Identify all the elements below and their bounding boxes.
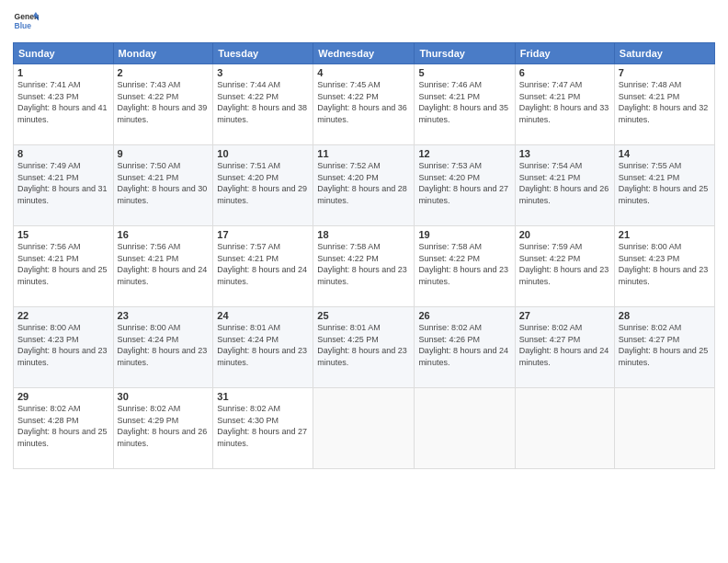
calendar-cell: 3Sunrise: 7:44 AMSunset: 4:22 PMDaylight… [213,64,313,145]
day-detail: Sunrise: 7:56 AMSunset: 4:21 PMDaylight:… [118,241,210,287]
day-detail: Sunrise: 7:52 AMSunset: 4:20 PMDaylight:… [317,160,410,206]
day-number: 11 [317,148,410,159]
calendar-cell: 15Sunrise: 7:56 AMSunset: 4:21 PMDayligh… [14,226,114,307]
day-detail: Sunrise: 7:45 AMSunset: 4:22 PMDaylight:… [317,79,410,125]
day-detail: Sunrise: 7:54 AMSunset: 4:21 PMDaylight:… [519,160,610,206]
day-number: 15 [17,229,109,240]
day-detail: Sunrise: 7:59 AMSunset: 4:22 PMDaylight:… [519,241,610,287]
day-detail: Sunrise: 7:58 AMSunset: 4:22 PMDaylight:… [418,241,510,287]
calendar-cell: 2Sunrise: 7:43 AMSunset: 4:22 PMDaylight… [113,64,213,145]
day-number: 12 [418,148,510,159]
day-number: 30 [118,391,210,402]
calendar-cell: 9Sunrise: 7:50 AMSunset: 4:21 PMDaylight… [113,145,213,226]
day-detail: Sunrise: 7:56 AMSunset: 4:21 PMDaylight:… [17,241,109,287]
week-row-3: 15Sunrise: 7:56 AMSunset: 4:21 PMDayligh… [14,226,715,307]
day-number: 5 [418,67,510,78]
day-number: 27 [519,310,610,321]
calendar-cell: 24Sunrise: 8:01 AMSunset: 4:24 PMDayligh… [213,307,313,388]
day-detail: Sunrise: 7:53 AMSunset: 4:20 PMDaylight:… [418,160,510,206]
day-number: 23 [118,310,210,321]
day-number: 8 [17,148,109,159]
weekday-friday: Friday [515,43,614,64]
day-detail: Sunrise: 7:51 AMSunset: 4:20 PMDaylight:… [217,160,309,206]
day-number: 9 [118,148,210,159]
day-number: 3 [217,67,309,78]
calendar-cell: 27Sunrise: 8:02 AMSunset: 4:27 PMDayligh… [515,307,614,388]
calendar-cell [614,388,714,469]
calendar-cell [313,388,415,469]
calendar-cell: 4Sunrise: 7:45 AMSunset: 4:22 PMDaylight… [313,64,415,145]
calendar-cell: 10Sunrise: 7:51 AMSunset: 4:20 PMDayligh… [213,145,313,226]
calendar-cell: 14Sunrise: 7:55 AMSunset: 4:21 PMDayligh… [614,145,714,226]
day-number: 7 [619,67,711,78]
calendar-cell: 20Sunrise: 7:59 AMSunset: 4:22 PMDayligh… [515,226,614,307]
day-detail: Sunrise: 8:01 AMSunset: 4:24 PMDaylight:… [217,322,309,368]
calendar-cell: 17Sunrise: 7:57 AMSunset: 4:21 PMDayligh… [213,226,313,307]
calendar-cell: 31Sunrise: 8:02 AMSunset: 4:30 PMDayligh… [213,388,313,469]
day-number: 24 [217,310,309,321]
calendar-cell: 6Sunrise: 7:47 AMSunset: 4:21 PMDaylight… [515,64,614,145]
day-number: 13 [519,148,610,159]
day-number: 10 [217,148,309,159]
day-detail: Sunrise: 7:44 AMSunset: 4:22 PMDaylight:… [217,79,309,125]
week-row-4: 22Sunrise: 8:00 AMSunset: 4:23 PMDayligh… [14,307,715,388]
calendar-cell [515,388,614,469]
day-detail: Sunrise: 7:46 AMSunset: 4:21 PMDaylight:… [418,79,510,125]
calendar-cell: 21Sunrise: 8:00 AMSunset: 4:23 PMDayligh… [614,226,714,307]
calendar-cell: 7Sunrise: 7:48 AMSunset: 4:21 PMDaylight… [614,64,714,145]
week-row-2: 8Sunrise: 7:49 AMSunset: 4:21 PMDaylight… [14,145,715,226]
day-number: 21 [619,229,711,240]
calendar-cell: 12Sunrise: 7:53 AMSunset: 4:20 PMDayligh… [415,145,515,226]
day-number: 22 [17,310,109,321]
calendar-cell: 8Sunrise: 7:49 AMSunset: 4:21 PMDaylight… [14,145,114,226]
calendar-cell: 22Sunrise: 8:00 AMSunset: 4:23 PMDayligh… [14,307,114,388]
header: General Blue [13,9,715,35]
day-number: 4 [317,67,410,78]
weekday-tuesday: Tuesday [213,43,313,64]
day-detail: Sunrise: 7:43 AMSunset: 4:22 PMDaylight:… [118,79,210,125]
day-number: 14 [619,148,711,159]
day-number: 20 [519,229,610,240]
calendar-cell: 28Sunrise: 8:02 AMSunset: 4:27 PMDayligh… [614,307,714,388]
day-number: 28 [619,310,711,321]
day-detail: Sunrise: 7:50 AMSunset: 4:21 PMDaylight:… [118,160,210,206]
calendar-cell: 16Sunrise: 7:56 AMSunset: 4:21 PMDayligh… [113,226,213,307]
calendar-cell: 11Sunrise: 7:52 AMSunset: 4:20 PMDayligh… [313,145,415,226]
calendar-cell: 30Sunrise: 8:02 AMSunset: 4:29 PMDayligh… [113,388,213,469]
calendar-table: SundayMondayTuesdayWednesdayThursdayFrid… [13,42,715,469]
day-number: 17 [217,229,309,240]
day-number: 6 [519,67,610,78]
day-detail: Sunrise: 8:00 AMSunset: 4:24 PMDaylight:… [118,322,210,368]
day-detail: Sunrise: 8:00 AMSunset: 4:23 PMDaylight:… [17,322,109,368]
day-detail: Sunrise: 8:02 AMSunset: 4:26 PMDaylight:… [418,322,510,368]
week-row-1: 1Sunrise: 7:41 AMSunset: 4:23 PMDaylight… [14,64,715,145]
day-detail: Sunrise: 8:02 AMSunset: 4:30 PMDaylight:… [217,403,309,449]
day-detail: Sunrise: 8:01 AMSunset: 4:25 PMDaylight:… [317,322,410,368]
day-number: 1 [17,67,109,78]
day-number: 29 [17,391,109,402]
day-detail: Sunrise: 7:48 AMSunset: 4:21 PMDaylight:… [619,79,711,125]
calendar-cell: 29Sunrise: 8:02 AMSunset: 4:28 PMDayligh… [14,388,114,469]
day-detail: Sunrise: 8:02 AMSunset: 4:27 PMDaylight:… [519,322,610,368]
weekday-wednesday: Wednesday [313,43,415,64]
day-detail: Sunrise: 7:49 AMSunset: 4:21 PMDaylight:… [17,160,109,206]
day-number: 26 [418,310,510,321]
calendar-cell: 23Sunrise: 8:00 AMSunset: 4:24 PMDayligh… [113,307,213,388]
day-number: 19 [418,229,510,240]
day-detail: Sunrise: 8:02 AMSunset: 4:27 PMDaylight:… [619,322,711,368]
day-detail: Sunrise: 7:47 AMSunset: 4:21 PMDaylight:… [519,79,610,125]
day-detail: Sunrise: 7:55 AMSunset: 4:21 PMDaylight:… [619,160,711,206]
calendar-cell: 5Sunrise: 7:46 AMSunset: 4:21 PMDaylight… [415,64,515,145]
page-container: General Blue SundayMondayTuesdayWednesda… [0,0,728,563]
weekday-header-row: SundayMondayTuesdayWednesdayThursdayFrid… [14,43,715,64]
day-number: 16 [118,229,210,240]
calendar-cell: 18Sunrise: 7:58 AMSunset: 4:22 PMDayligh… [313,226,415,307]
day-detail: Sunrise: 8:00 AMSunset: 4:23 PMDaylight:… [619,241,711,287]
logo: General Blue [13,9,39,35]
day-detail: Sunrise: 8:02 AMSunset: 4:28 PMDaylight:… [17,403,109,449]
day-detail: Sunrise: 7:41 AMSunset: 4:23 PMDaylight:… [17,79,109,125]
day-detail: Sunrise: 8:02 AMSunset: 4:29 PMDaylight:… [118,403,210,449]
calendar-cell: 13Sunrise: 7:54 AMSunset: 4:21 PMDayligh… [515,145,614,226]
day-number: 31 [217,391,309,402]
calendar-cell: 19Sunrise: 7:58 AMSunset: 4:22 PMDayligh… [415,226,515,307]
